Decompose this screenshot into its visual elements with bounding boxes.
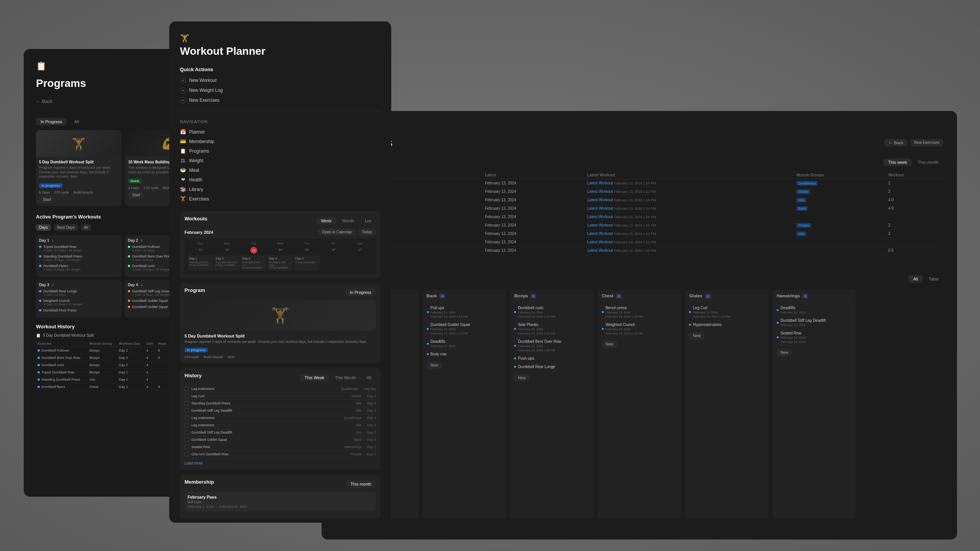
overview-exercise-item[interactable]: Leg Curl February 13, 2024 February 13, … — [689, 304, 764, 321]
weight-icon: ⚖ — [180, 158, 186, 163]
history-checkbox[interactable] — [185, 394, 189, 398]
new-exercise-col-btn[interactable]: New — [777, 349, 792, 356]
program-card-1-image: 🏋️ — [36, 130, 121, 157]
quick-actions-section: Quick Actions + New Workout + New Weight… — [180, 67, 381, 105]
overview-col-title: Chest 2 — [602, 293, 677, 301]
month-tab[interactable]: Month — [338, 217, 359, 225]
this-month-tab[interactable]: This Month — [330, 374, 360, 381]
overview-exercise-item[interactable]: Side Planks February 13, 2024 February 1… — [514, 321, 590, 337]
history-checkbox[interactable] — [185, 423, 189, 427]
new-exercise-col-btn[interactable]: New — [602, 341, 617, 348]
exercise-dot — [427, 343, 429, 345]
workout-name: Dumbbell Stiff Leg Dose — [132, 289, 169, 293]
back-exercises-button[interactable]: ← Back — [884, 139, 907, 147]
divider — [180, 111, 381, 112]
overview-section: Overview All Table Abs 4 Pull-ups Februa… — [335, 272, 943, 519]
history-day: Day 3 — [367, 438, 376, 442]
overview-exercise-item[interactable]: Seated Row February 13, 2024 February 13… — [777, 329, 852, 346]
start-program-2-button[interactable]: Start — [128, 191, 144, 199]
open-calendar-btn[interactable]: Open in Calendar — [318, 228, 356, 236]
list-tab[interactable]: List — [360, 217, 376, 225]
new-exercises-action[interactable]: + New Exercises — [180, 95, 381, 105]
new-workout-action[interactable]: + New Workout — [180, 75, 381, 85]
lw-muscle-cell: Abs — [794, 230, 886, 238]
exercise-latest-date: February 13, 2024 — [606, 311, 643, 314]
overview-exercise-item[interactable]: Body row — [427, 350, 502, 359]
filter-days-btn[interactable]: Days — [36, 224, 51, 231]
back-button[interactable]: ← Back — [36, 99, 52, 104]
lw-workout-cell: Latest Workout February 13, 2024 1:14 PM — [585, 204, 794, 213]
overview-exercise-item[interactable]: Deadlifts February 13, 2024 — [777, 304, 852, 316]
table-overview-tab[interactable]: Table — [924, 275, 943, 283]
history-day: Day 4 — [367, 401, 376, 405]
history-checkbox[interactable] — [185, 430, 189, 435]
overview-exercise-item[interactable]: Push-ups — [514, 354, 590, 363]
lw-date-cell: February 13, 2024 — [483, 196, 585, 204]
history-checkbox[interactable] — [185, 452, 189, 456]
history-checkbox[interactable] — [185, 416, 189, 420]
overview-exercise-item[interactable]: Hyperextensions — [689, 321, 764, 329]
lw-workout-cell: Latest Workout February 13, 2024 1:15 PM — [585, 221, 794, 230]
history-row-item: Dumbbell Stiff Leg Deadlift Abs Day 3 — [185, 429, 376, 436]
history-checkbox[interactable] — [185, 408, 189, 413]
lw-workout-cell: Latest Workout February 13, 2024 1:08 PM — [585, 213, 794, 221]
today-btn[interactable]: Today — [358, 228, 376, 236]
this-month-tab-right[interactable]: This month — [913, 158, 943, 166]
history-checkbox[interactable] — [185, 401, 189, 406]
programs-icon: 📋 — [180, 148, 186, 154]
new-exercises-button[interactable]: New Exercises — [910, 139, 943, 147]
lw-table-row: Leg Curl February 13, 2024 Latest Workou… — [335, 187, 943, 196]
nav-membership[interactable]: 💳 Membership — [180, 137, 381, 146]
exercise-name: Deadlifts — [431, 339, 456, 344]
history-checkbox[interactable] — [185, 445, 189, 449]
program-card-1[interactable]: 🏋️ 5 Day Dumbbell Workout Split Program … — [36, 130, 121, 206]
new-exercise-col-btn[interactable]: New — [689, 332, 704, 339]
new-weight-log-action[interactable]: + New Weight Log — [180, 85, 381, 95]
exercise-name: Hyperextensions — [693, 323, 721, 327]
overview-exercise-item[interactable]: Bench press February 13, 2024 February 1… — [602, 304, 677, 321]
nav-programs[interactable]: 📋 Programs — [180, 146, 381, 156]
this-week-tab[interactable]: This Week — [300, 374, 329, 381]
new-exercise-col-btn[interactable]: New — [514, 374, 529, 381]
filter-all-days-btn[interactable]: All — [81, 224, 91, 231]
overview-exercise-item[interactable]: Dumbbell Rear Lunge — [514, 363, 590, 371]
overview-exercise-item[interactable]: Dumbbell Goblet Squat February 13, 2024 … — [427, 321, 502, 337]
overview-exercise-item[interactable]: Dumbbell curls February 13, 2024 Februar… — [514, 304, 590, 321]
nav-exercises[interactable]: 🏋 Exercises — [180, 194, 381, 204]
overview-exercise-item[interactable]: Pull-ups February 13, 2024 February 13, … — [427, 304, 502, 321]
filter-all[interactable]: All — [70, 118, 83, 126]
nav-planner[interactable]: 📅 Planner — [180, 127, 381, 137]
filter-next-days-btn[interactable]: Next Days — [54, 224, 78, 231]
nav-meal[interactable]: 🥗 Meal — [180, 165, 381, 175]
all-overview-tab[interactable]: All — [908, 275, 922, 283]
meal-icon: 🥗 — [180, 167, 186, 173]
lw-new-row[interactable]: + New — [335, 255, 943, 263]
latest-workouts-table: Latest Latest Workout Muscle Groups Work… — [335, 171, 943, 263]
lw-date-cell: February 13, 2024 — [483, 179, 585, 187]
nav-health[interactable]: ❤ Health — [180, 175, 381, 184]
history-checkbox[interactable] — [185, 437, 189, 442]
overview-exercise-item[interactable]: Dumbbell Stiff Leg Deadlift February 13,… — [777, 316, 852, 329]
start-program-1-button[interactable]: Start — [39, 196, 55, 203]
history-day: Day 3 — [367, 409, 376, 412]
history-checkbox[interactable] — [185, 386, 189, 391]
this-month-membership-tab[interactable]: This month — [346, 480, 376, 488]
nav-weight[interactable]: ⚖ Weight — [180, 156, 381, 165]
in-progress-tab[interactable]: In Progress — [345, 289, 376, 296]
nav-library[interactable]: 📚 Library — [180, 184, 381, 194]
week-tab[interactable]: Week — [316, 217, 336, 225]
membership-date-range: February 1, 2024 → February 29, 2024 — [188, 505, 373, 509]
filter-in-progress[interactable]: In Progress — [36, 118, 67, 126]
all-history-tab[interactable]: All — [362, 374, 376, 381]
lw-muscle-cell: Glutes — [794, 187, 886, 196]
lw-col-workout2: Workout — [886, 171, 943, 179]
overview-exercise-item[interactable]: Deadlifts February 13, 2024 — [427, 337, 502, 350]
history-day: Leg day — [364, 387, 376, 391]
load-more-history[interactable]: Load more — [185, 461, 376, 465]
overview-exercise-item[interactable]: Weighted Crunch February 13, 2024 Februa… — [602, 321, 677, 337]
this-week-tab-right[interactable]: This week — [884, 158, 912, 166]
day-column-12: Day 2 Dumbbell Bent O... 5 Day Dumbbell.… — [214, 255, 240, 271]
overview-exercise-item[interactable]: Dumbbell Bent Over Row February 13, 2024… — [514, 337, 590, 354]
exercise-cell: Dumbbell Bent Over Row — [36, 354, 88, 362]
new-exercise-col-btn[interactable]: New — [427, 362, 442, 369]
